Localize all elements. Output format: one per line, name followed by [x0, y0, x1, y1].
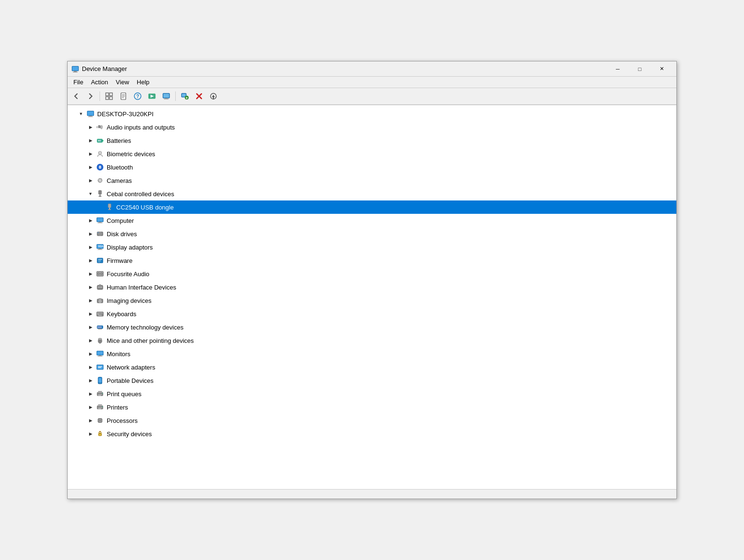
back-button[interactable]: [70, 90, 83, 103]
tree-item-computer[interactable]: ▶ Computer: [68, 214, 676, 227]
toggle-firmware[interactable]: ▶: [87, 257, 94, 264]
svg-rect-30: [88, 111, 93, 115]
label-printers: Printers: [106, 404, 129, 411]
tree-item-monitors[interactable]: ▶ Monitors: [68, 347, 676, 360]
uninstall-button[interactable]: [192, 90, 206, 103]
tree-root[interactable]: ▼ DESKTOP-3U20KPI: [68, 107, 676, 120]
tree-item-cameras[interactable]: ▶ Cameras: [68, 174, 676, 187]
svg-rect-7: [110, 97, 112, 100]
menu-help[interactable]: Help: [133, 77, 153, 88]
tree-item-printers[interactable]: ▶ Printers: [68, 400, 676, 414]
tree-item-biometric[interactable]: ▶ Biometric devices: [68, 147, 676, 160]
tree-item-memory[interactable]: ▶ Memory technology devices: [68, 320, 676, 334]
tree-item-display[interactable]: ▶ VGA Display adaptors: [68, 240, 676, 254]
tree-item-network[interactable]: ▶ Network adapters: [68, 360, 676, 374]
label-audio: Audio inputs and outputs: [106, 124, 176, 131]
svg-point-135: [100, 434, 101, 435]
label-memory: Memory technology devices: [106, 324, 184, 331]
svg-rect-53: [98, 223, 102, 223]
tree-item-mice[interactable]: ▶ Mice and other pointing devices: [68, 334, 676, 347]
svg-rect-114: [97, 406, 103, 409]
tree-item-bluetooth[interactable]: ▶ Bluetooth: [68, 160, 676, 174]
add-hardware-button[interactable]: +: [178, 90, 191, 103]
tree-item-firmware[interactable]: ▶ Firmware: [68, 254, 676, 267]
help-button[interactable]: ?: [131, 90, 144, 103]
toggle-processors[interactable]: ▶: [87, 417, 94, 424]
label-firmware: Firmware: [106, 257, 133, 264]
toggle-display[interactable]: ▶: [87, 243, 94, 251]
tree-item-printqueues[interactable]: ▶ Print queues: [68, 387, 676, 400]
toggle-bluetooth[interactable]: ▶: [87, 163, 94, 171]
toggle-hid[interactable]: ▶: [87, 283, 94, 291]
svg-rect-86: [102, 313, 103, 314]
toggle-computer[interactable]: ▶: [87, 217, 94, 224]
menu-action[interactable]: Action: [87, 77, 112, 88]
tree-item-focusrite[interactable]: ▶ Focusrite Audio: [68, 267, 676, 280]
svg-rect-65: [98, 260, 101, 261]
minimize-button[interactable]: ─: [607, 61, 629, 77]
forward-button[interactable]: [84, 90, 97, 103]
tree-item-processors[interactable]: ▶: [68, 414, 676, 427]
devices-icon: [162, 92, 170, 100]
toggle-security[interactable]: ▶: [87, 430, 94, 438]
tree-item-disk[interactable]: ▶ Disk drives: [68, 227, 676, 240]
toggle-printqueues[interactable]: ▶: [87, 390, 94, 398]
title-bar-controls: ─ □ ✕: [607, 61, 673, 77]
toggle-disk[interactable]: ▶: [87, 230, 94, 238]
svg-point-43: [101, 179, 102, 180]
toggle-cameras[interactable]: ▶: [87, 177, 94, 184]
maximize-button[interactable]: □: [629, 61, 651, 77]
device-manager-window: Device Manager ─ □ ✕ File Action View He…: [67, 61, 677, 499]
toggle-imaging[interactable]: ▶: [87, 297, 94, 304]
label-processors: Processors: [106, 417, 139, 424]
tree-item-audio[interactable]: ▶ Audio inputs and outputs: [68, 120, 676, 134]
svg-rect-44: [99, 190, 101, 194]
root-toggle[interactable]: ▼: [77, 110, 85, 118]
tree-view[interactable]: ▼ DESKTOP-3U20KPI ▶: [68, 105, 676, 489]
toggle-keyboards[interactable]: ▶: [87, 310, 94, 318]
show-devices-button[interactable]: [160, 90, 173, 103]
content-area: ▼ DESKTOP-3U20KPI ▶: [68, 105, 676, 489]
toggle-audio[interactable]: ▶: [87, 123, 94, 131]
biometric-icon: [96, 150, 104, 158]
label-focusrite: Focusrite Audio: [106, 270, 151, 278]
toggle-biometric[interactable]: ▶: [87, 150, 94, 158]
tree-item-cc2540[interactable]: ▶ CC2540 USB dongle: [68, 200, 676, 214]
toggle-portable[interactable]: ▶: [87, 377, 94, 384]
svg-rect-32: [88, 117, 93, 117]
tree-item-portable[interactable]: ▶ Portable Devices: [68, 374, 676, 387]
tree-item-keyboards[interactable]: ▶ Keyboards: [68, 307, 676, 320]
toggle-monitors[interactable]: ▶: [87, 350, 94, 358]
close-button[interactable]: ✕: [651, 61, 673, 77]
toggle-printers[interactable]: ▶: [87, 403, 94, 411]
svg-rect-84: [100, 313, 101, 314]
svg-rect-100: [99, 355, 101, 356]
menu-file[interactable]: File: [70, 77, 87, 88]
toggle-memory[interactable]: ▶: [87, 323, 94, 331]
menu-view[interactable]: View: [112, 77, 133, 88]
toggle-network[interactable]: ▶: [87, 363, 94, 371]
run-button[interactable]: [145, 90, 159, 103]
toggle-batteries[interactable]: ▶: [87, 137, 94, 144]
svg-rect-118: [102, 406, 103, 407]
update-button[interactable]: [207, 90, 220, 103]
show-properties-button[interactable]: [102, 90, 116, 103]
tree-item-batteries[interactable]: ▶ Batteries: [68, 134, 676, 147]
label-imaging: Imaging devices: [106, 297, 152, 304]
toggle-focusrite[interactable]: ▶: [87, 270, 94, 278]
audio-icon: [96, 123, 104, 131]
svg-rect-92: [99, 326, 100, 328]
label-hid: Human Interface Devices: [106, 284, 177, 291]
svg-rect-109: [97, 392, 103, 396]
tree-item-hid[interactable]: ▶ Human Interface Devices: [68, 280, 676, 294]
toggle-mice[interactable]: ▶: [87, 337, 94, 344]
focusrite-icon: [96, 270, 104, 278]
tree-item-imaging[interactable]: ▶ Imaging devices: [68, 294, 676, 307]
tree-item-security[interactable]: ▶ Security devices: [68, 427, 676, 440]
svg-rect-73: [98, 287, 99, 288]
label-batteries: Batteries: [106, 137, 132, 144]
toggle-cebal[interactable]: ▼: [87, 190, 94, 198]
tree-item-cebal[interactable]: ▼ Cebal controlled devices: [68, 187, 676, 200]
update-driver-button[interactable]: [117, 90, 130, 103]
computer-icon: [96, 216, 104, 225]
